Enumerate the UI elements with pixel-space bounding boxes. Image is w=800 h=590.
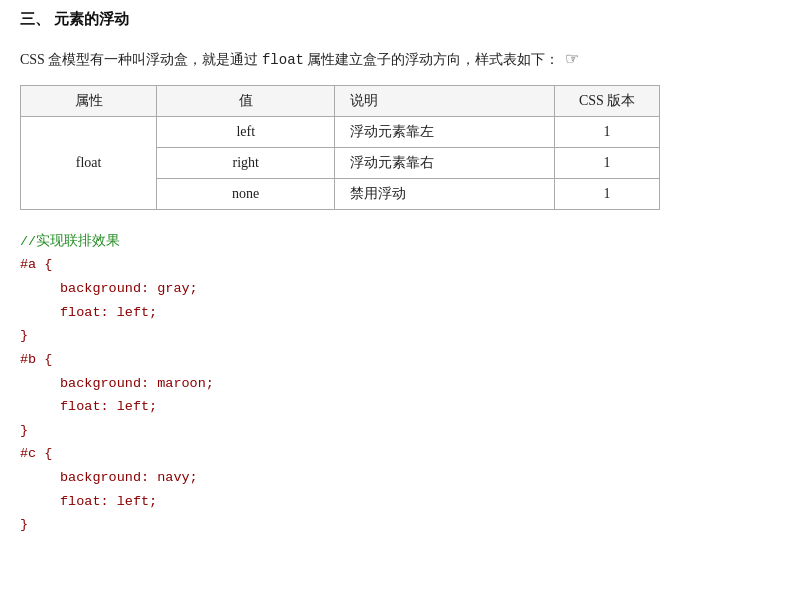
code-prop-bg-a: background: gray; [20,277,780,301]
code-block: //实现联排效果 #a { background: gray; float: l… [20,230,780,537]
intro-text-2: 属性建立盒子的浮动方向，样式表如下： [304,52,560,67]
code-close-c: } [20,513,780,537]
cell-property-float: float [21,116,157,209]
cell-version-right: 1 [555,147,660,178]
code-prop-bg-c: background: navy; [20,466,780,490]
code-prop-float-c: float: left; [20,490,780,514]
code-selector-a: #a { [20,253,780,277]
code-selector-c: #c { [20,442,780,466]
code-selector-b: #b { [20,348,780,372]
code-prop-float-b: float: left; [20,395,780,419]
table-header-row: 属性 值 说明 CSS 版本 [21,85,660,116]
section-heading: 三、 元素的浮动 [20,10,780,37]
col-header-property: 属性 [21,85,157,116]
code-prop-float-a: float: left; [20,301,780,325]
intro-text: CSS 盒模型有一种叫浮动盒，就是通过 [20,52,262,67]
code-close-b: } [20,419,780,443]
intro-paragraph: CSS 盒模型有一种叫浮动盒，就是通过 float 属性建立盒子的浮动方向，样式… [20,45,780,73]
cell-value-none: none [157,178,335,209]
table-row: float left 浮动元素靠左 1 [21,116,660,147]
section-number: 三、 [20,10,50,29]
section-title: 元素的浮动 [54,10,129,29]
cell-version-none: 1 [555,178,660,209]
col-header-value: 值 [157,85,335,116]
cursor-icon: ☞ [565,45,579,72]
property-table: 属性 值 说明 CSS 版本 float left 浮动元素靠左 1 right… [20,85,660,210]
code-comment: //实现联排效果 [20,230,780,254]
cell-value-right: right [157,147,335,178]
code-close-a: } [20,324,780,348]
cell-value-left: left [157,116,335,147]
code-prop-bg-b: background: maroon; [20,372,780,396]
float-code: float [262,52,304,68]
col-header-version: CSS 版本 [555,85,660,116]
cell-desc-left: 浮动元素靠左 [335,116,555,147]
cell-desc-right: 浮动元素靠右 [335,147,555,178]
cell-version-left: 1 [555,116,660,147]
col-header-desc: 说明 [335,85,555,116]
cell-desc-none: 禁用浮动 [335,178,555,209]
